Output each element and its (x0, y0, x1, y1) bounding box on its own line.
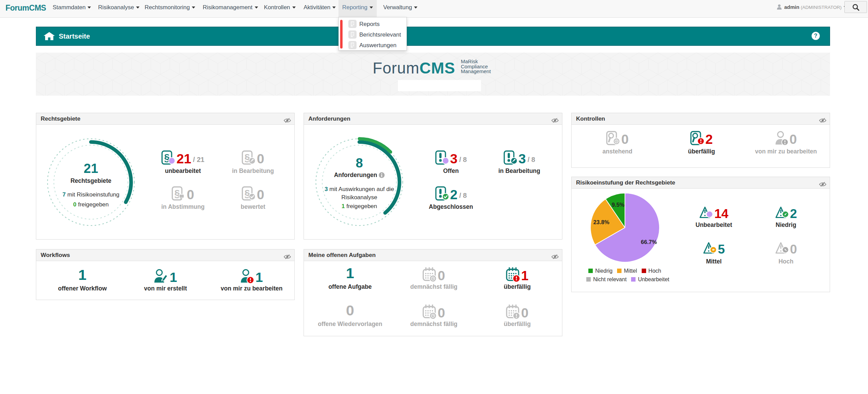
svg-text:66.7%: 66.7% (641, 239, 657, 245)
svg-text:23.8%: 23.8% (593, 219, 610, 225)
svg-text:9.5%: 9.5% (612, 202, 625, 208)
